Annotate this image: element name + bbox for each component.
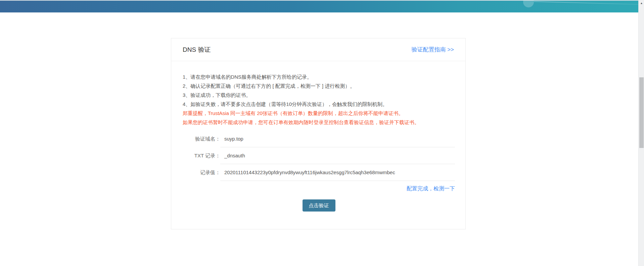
form-row-domain: 验证域名： suyp.top bbox=[183, 136, 455, 147]
instruction-step-3: 3、验证成功，下载你的证书。 bbox=[183, 90, 454, 100]
domain-value: suyp.top bbox=[220, 136, 455, 147]
verification-guide-link[interactable]: 验证配置指南 >> bbox=[411, 46, 454, 53]
card-header: DNS 验证 验证配置指南 >> bbox=[171, 38, 465, 61]
check-row: 配置完成，检测一下 bbox=[183, 185, 455, 192]
button-row: 点击验证 bbox=[183, 199, 455, 212]
domain-label: 验证域名： bbox=[183, 136, 220, 142]
warning-line-1: 郑重提醒，TrustAsia 同一主域有 20张证书（有效订单）数量的限制，超出… bbox=[183, 109, 454, 118]
dns-verification-card: DNS 验证 验证配置指南 >> 1、请在您申请域名的DNS服务商处解析下方所给… bbox=[171, 38, 466, 229]
page-title: DNS 验证 bbox=[183, 45, 211, 54]
instruction-step-1: 1、请在您申请域名的DNS服务商处解析下方所给的记录。 bbox=[183, 72, 454, 81]
txt-record-label: TXT 记录： bbox=[183, 152, 220, 159]
form-row-txt-record: TXT 记录： _dnsauth bbox=[183, 152, 455, 164]
instruction-step-2: 2、确认记录配置正确（可通过右下方的 [ 配置完成，检测一下 ] 进行检测）。 bbox=[183, 81, 454, 90]
header-circle-decor bbox=[523, 1, 534, 7]
instruction-step-4: 4、如验证失败，请不要多次点击创建（需等待10分钟再次验证），会触发我们的限制机… bbox=[183, 100, 454, 109]
page-header-bar bbox=[0, 1, 638, 12]
txt-record-value: _dnsauth bbox=[220, 152, 455, 164]
vertical-scrollbar[interactable]: ▲ bbox=[638, 0, 644, 266]
card-body: 1、请在您申请域名的DNS服务商处解析下方所给的记录。 2、确认记录配置正确（可… bbox=[171, 61, 465, 212]
config-done-check-link[interactable]: 配置完成，检测一下 bbox=[407, 186, 455, 191]
click-verify-button[interactable]: 点击验证 bbox=[303, 199, 335, 212]
scrollbar-thumb[interactable] bbox=[639, 77, 644, 148]
dns-record-form: 验证域名： suyp.top TXT 记录： _dnsauth 记录值： 202… bbox=[183, 136, 455, 181]
record-value-label: 记录值： bbox=[183, 169, 220, 176]
scrollbar-up-arrow-icon[interactable]: ▲ bbox=[639, 0, 644, 6]
header-streak-decor bbox=[534, 1, 638, 5]
record-value-value: 202011101443223y0pfdrynvd8ywuyft116jwkau… bbox=[220, 169, 455, 181]
form-row-record-value: 记录值： 202011101443223y0pfdrynvd8ywuyft116… bbox=[183, 169, 455, 181]
warning-line-2: 如果您的证书暂时不能成功申请，您可在订单有效期内随时登录至控制台查看验证信息，验… bbox=[183, 118, 454, 127]
